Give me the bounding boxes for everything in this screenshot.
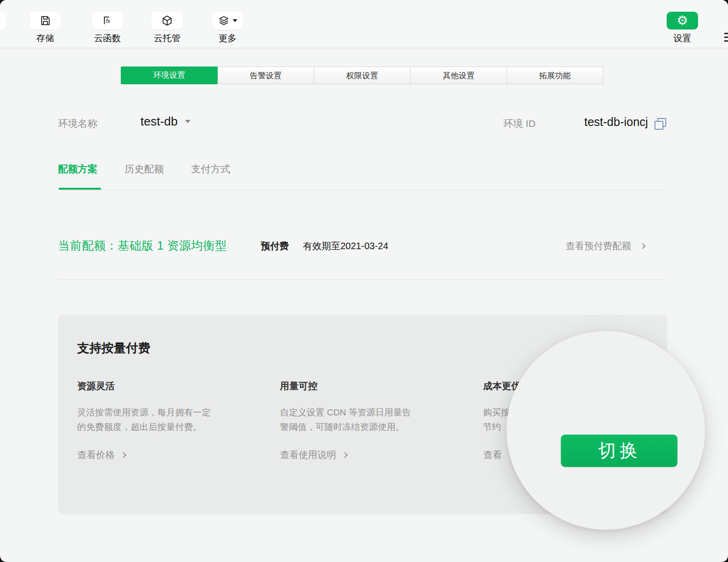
column-body: 自定义设置 CDN 等资源日用量告 警阈值，可随时冻结资源使用。 (280, 405, 463, 434)
cube-icon (161, 15, 173, 27)
caret-down-icon (185, 120, 191, 123)
environment-name-dropdown[interactable]: test-db (140, 114, 191, 129)
settings-label: 设置 (667, 32, 698, 44)
console-window: 存储 fx 云函数 云托管 (0, 0, 728, 562)
body-line: 的免费额度，超出后按量付费。 (77, 420, 260, 434)
tab-alert-settings[interactable]: 告警设置 (217, 67, 314, 84)
clipped-toolbar-button[interactable] (0, 12, 6, 30)
subtab-payment-method[interactable]: 支付方式 (191, 163, 230, 176)
section-divider (58, 280, 667, 280)
subtab-quota-plan[interactable]: 配额方案 (58, 163, 97, 176)
floppy-disk-icon (39, 15, 51, 27)
chevron-right-icon (640, 243, 646, 249)
body-line: 警阈值，可随时冻结资源使用。 (280, 420, 463, 434)
link-label: 查看使用说明 (280, 449, 336, 461)
tab-other-settings[interactable]: 其他设置 (410, 67, 507, 84)
svg-text:fx: fx (106, 18, 110, 24)
view-prepaid-quota-label: 查看预付费配额 (566, 240, 631, 252)
body-line: 灵活按需使用资源，每月拥有一定 (77, 405, 260, 420)
environment-id-value: test-db-ioncj (584, 115, 648, 129)
toolbar: 存储 fx 云函数 云托管 (0, 0, 728, 48)
column-usage-control: 用量可控 自定义设置 CDN 等资源日用量告 警阈值，可随时冻结资源使用。 查看… (280, 380, 463, 461)
active-subtab-underline (59, 188, 101, 190)
tab-environment-settings[interactable]: 环境设置 (121, 67, 218, 84)
payment-type-text: 预付费 (261, 240, 289, 252)
magnifier-highlight-circle (507, 331, 705, 530)
tab-extension-features[interactable]: 拓展功能 (507, 67, 603, 84)
more-label: 更多 (212, 32, 243, 44)
storage-button[interactable] (29, 12, 61, 30)
view-prepaid-quota-link[interactable]: 查看预付费配额 (566, 240, 645, 252)
function-fx-icon: fx (102, 15, 114, 27)
subtab-divider (58, 190, 667, 191)
view-usage-guide-link[interactable]: 查看使用说明 (280, 449, 463, 461)
environment-name-value: test-db (140, 114, 178, 129)
cloud-function-label: 云函数 (92, 32, 123, 44)
current-quota-text: 当前配额：基础版 1 资源均衡型 (58, 238, 227, 253)
validity-text: 有效期至2021-03-24 (303, 240, 388, 252)
switch-button[interactable]: 切换 (561, 435, 677, 467)
gear-icon: ⚙ (677, 15, 688, 27)
clipped-toolbar-text (724, 33, 728, 43)
more-button[interactable] (212, 12, 243, 30)
column-heading: 资源灵活 (77, 380, 260, 392)
settings-tab-bar: 环境设置 告警设置 权限设置 其他设置 拓展功能 (121, 67, 603, 84)
column-body: 灵活按需使用资源，每月拥有一定 的免费额度，超出后按量付费。 (77, 405, 260, 434)
copy-icon[interactable] (654, 118, 666, 130)
chevron-right-icon (120, 452, 126, 458)
column-heading: 用量可控 (280, 380, 463, 392)
view-pricing-link[interactable]: 查看价格 (77, 449, 260, 461)
cloud-function-button[interactable]: fx (92, 12, 123, 30)
cloud-hosting-button[interactable] (151, 12, 183, 30)
cloud-hosting-label: 云托管 (151, 32, 183, 44)
link-label: 查看价格 (77, 449, 115, 461)
tab-permission-settings[interactable]: 权限设置 (314, 67, 411, 84)
column-flexible-resources: 资源灵活 灵活按需使用资源，每月拥有一定 的免费额度，超出后按量付费。 查看价格 (77, 380, 260, 461)
settings-button[interactable]: ⚙ (667, 12, 698, 30)
body-line: 自定义设置 CDN 等资源日用量告 (280, 405, 463, 420)
subtab-quota-history[interactable]: 历史配额 (125, 163, 164, 176)
card-title: 支持按量付费 (77, 340, 150, 356)
environment-name-label: 环境名称 (58, 117, 97, 130)
chevron-right-icon (342, 452, 348, 458)
caret-down-icon (233, 19, 237, 22)
environment-id-label: 环境 ID (503, 117, 536, 130)
storage-label: 存储 (29, 32, 61, 44)
link-label: 查看 (483, 449, 502, 461)
layers-icon (218, 15, 230, 27)
